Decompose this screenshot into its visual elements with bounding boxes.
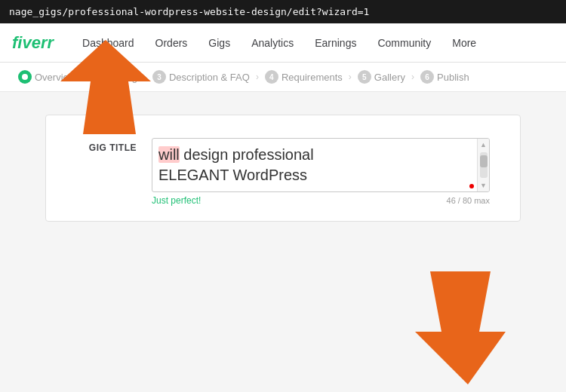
nav-gigs[interactable]: Gigs	[198, 31, 241, 55]
scroll-track	[480, 152, 488, 178]
error-dot	[469, 184, 474, 188]
step-label-description: Description & FAQ	[169, 72, 250, 83]
step-label-publish: Publish	[437, 72, 469, 83]
form-section: GIG TITLE will design professional ELEGA…	[45, 115, 521, 222]
nav-community[interactable]: Community	[367, 31, 441, 55]
chevron-4: ›	[349, 72, 352, 82]
nav-orders[interactable]: Orders	[145, 31, 198, 55]
step-circle-requirements: 4	[265, 70, 278, 84]
step-label-requirements: Requirements	[281, 72, 343, 83]
scroll-arrow-down-icon[interactable]: ▼	[480, 179, 487, 191]
nav-more[interactable]: More	[441, 31, 487, 55]
wizard-step-gallery[interactable]: 5 Gallery	[358, 70, 405, 84]
title-line1-suffix: design professional	[180, 146, 314, 163]
wizard-step-pricing[interactable]: 2 Pricing	[91, 70, 137, 84]
url-bar: nage_gigs/professional-wordpress-website…	[0, 0, 566, 23]
step-label-overview: Overview	[35, 72, 75, 83]
step-circle-description: 3	[152, 70, 166, 84]
scrollbar[interactable]: ▲ ▼	[477, 139, 489, 191]
chevron-2: ›	[143, 72, 146, 82]
field-footer: Just perfect! 46 / 80 max	[152, 195, 490, 206]
char-count: 46 / 80 max	[447, 196, 490, 205]
step-circle-gallery: 5	[358, 70, 371, 84]
step-label-gallery: Gallery	[374, 72, 405, 83]
gig-title-row: GIG TITLE will design professional ELEGA…	[76, 138, 490, 206]
nav-links: Dashboard Orders Gigs Analytics Earnings…	[72, 31, 487, 55]
step-label-pricing: Pricing	[107, 72, 137, 83]
highlighted-word: will	[158, 146, 180, 163]
nav-analytics[interactable]: Analytics	[241, 31, 304, 55]
navbar: fiverr Dashboard Orders Gigs Analytics E…	[0, 23, 566, 63]
wizard-step-description[interactable]: 3 Description & FAQ	[152, 70, 250, 84]
wizard-bar: Overview › 2 Pricing › 3 Description & F…	[0, 63, 566, 92]
chevron-5: ›	[411, 72, 414, 82]
nav-dashboard[interactable]: Dashboard	[72, 31, 145, 55]
scroll-handle[interactable]	[480, 155, 488, 167]
svg-point-0	[22, 74, 28, 80]
feedback-text: Just perfect!	[152, 195, 201, 206]
step-circle-overview	[18, 70, 32, 84]
arrow-bottom-right	[400, 264, 521, 384]
field-label-gig-title: GIG TITLE	[76, 138, 137, 153]
chevron-1: ›	[82, 72, 85, 82]
title-line2: ELEGANT WordPress	[158, 167, 307, 183]
step-circle-pricing: 2	[91, 70, 104, 84]
wizard-step-overview[interactable]: Overview	[18, 70, 75, 84]
url-text: nage_gigs/professional-wordpress-website…	[9, 6, 369, 17]
gig-title-display[interactable]: will design professional ELEGANT WordPre…	[152, 138, 490, 192]
main-content: GIG TITLE will design professional ELEGA…	[0, 92, 566, 244]
gig-title-input-wrap: will design professional ELEGANT WordPre…	[152, 138, 490, 206]
fiverr-logo[interactable]: fiverr	[12, 33, 54, 53]
wizard-step-requirements[interactable]: 4 Requirements	[265, 70, 343, 84]
wizard-step-publish[interactable]: 6 Publish	[420, 70, 469, 84]
chevron-3: ›	[256, 72, 259, 82]
step-circle-publish: 6	[420, 70, 434, 84]
scroll-arrow-up-icon[interactable]: ▲	[480, 139, 487, 151]
nav-earnings[interactable]: Earnings	[304, 31, 367, 55]
svg-marker-3	[415, 271, 506, 384]
